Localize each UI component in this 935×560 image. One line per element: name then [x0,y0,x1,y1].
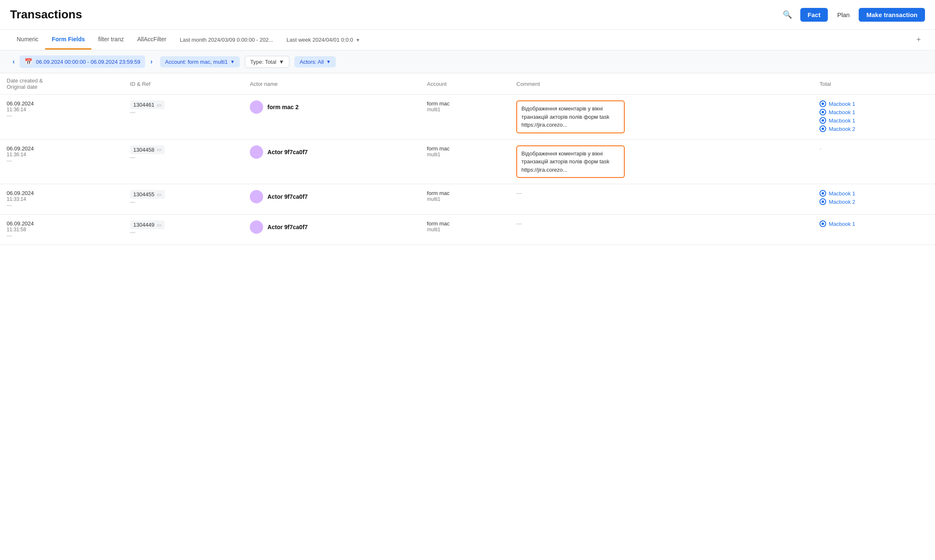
actor-name: Actor 9f7ca0f7 [267,149,308,155]
cell-id: 1304461 ▭ — [123,95,244,140]
date-primary: 06.09.2024 [7,145,117,152]
date-primary: 06.09.2024 [7,190,117,196]
type-filter-dropdown[interactable]: Type: Total ▼ [245,56,290,68]
account-primary: form mac [427,220,503,227]
total-item[interactable]: Macbook 1 [819,220,928,227]
type-filter-arrow: ▼ [279,59,284,65]
cell-actor: form mac 2 [243,95,420,140]
table-row: 06.09.2024 11:36:14 — 1304461 ▭ — form m… [0,95,935,140]
total-label: Macbook 2 [829,199,855,205]
circle-icon [819,220,826,227]
transactions-table-container: Date created &Original date ID & Ref Act… [0,73,935,245]
ref-dash: — [130,199,237,205]
cell-total: Macbook 1 Macbook 1 Macbook 1 Macbook 2 [813,95,935,140]
account-filter-arrow: ▼ [230,59,235,64]
prev-date-button[interactable]: ‹ [10,56,17,67]
id-badge: 1304449 ▭ [130,220,165,229]
cell-account: form mac multi1 [420,139,510,184]
date-range-text: 06.09.2024 00:00:00 - 06.09.2024 23:59:5… [36,59,140,65]
col-comment: Comment [510,73,813,95]
fact-button[interactable]: Fact [800,8,828,22]
cell-actor: Actor 9f7ca0f7 [243,184,420,215]
date-primary: 06.09.2024 [7,220,117,227]
cell-total: - [813,139,935,184]
date-secondary: 11:36:14 [7,107,117,112]
actor-cell: Actor 9f7ca0f7 [250,190,413,203]
total-item[interactable]: Macbook 2 [819,125,928,132]
cell-date: 06.09.2024 11:33:14 — [0,184,123,215]
type-filter-label: Type: Total [250,59,276,65]
col-actor: Actor name [243,73,420,95]
ref-dash: — [130,229,237,235]
cell-date: 06.09.2024 11:36:14 — [0,139,123,184]
comment-dash: — [516,220,522,227]
search-button[interactable]: 🔍 [779,7,795,22]
tab-form-fields[interactable]: Form Fields [45,30,91,50]
table-row: 06.09.2024 11:36:14 — 1304458 ▭ — Actor … [0,139,935,184]
total-item[interactable]: Macbook 1 [819,100,928,107]
date-navigation: ‹ 📅 06.09.2024 00:00:00 - 06.09.2024 23:… [10,55,155,68]
page-title: Transactions [10,8,774,21]
actors-filter-dropdown[interactable]: Actors: All ▼ [294,56,336,68]
chevron-down-icon: ▼ [356,38,360,42]
copy-icon[interactable]: ▭ [157,102,161,108]
ref-dash: — [130,109,237,115]
total-label: Macbook 1 [829,101,855,107]
circle-icon [819,100,826,107]
tab-last-month[interactable]: Last month 2024/03/09 0:00:00 - 202... [173,31,280,49]
total-items: Macbook 1 Macbook 2 [819,190,928,205]
calendar-icon: 📅 [25,58,33,65]
total-label: Macbook 1 [829,109,855,115]
id-badge: 1304455 ▭ [130,190,165,199]
account-filter-dropdown[interactable]: Account: form mac, multi1 ▼ [160,56,240,68]
tab-allaccfilter[interactable]: AllAccFilter [131,30,173,50]
tab-numeric[interactable]: Numeric [10,30,45,50]
total-label: Macbook 1 [829,221,855,227]
actor-name: Actor 9f7ca0f7 [267,224,308,230]
account-secondary: multi1 [427,227,503,232]
col-total: Total [813,73,935,95]
avatar [250,145,263,159]
copy-icon[interactable]: ▭ [157,192,161,198]
comment-dash: — [516,190,522,196]
cell-id: 1304449 ▭ — [123,215,244,245]
table-row: 06.09.2024 11:31:58 — 1304449 ▭ — Actor … [0,215,935,245]
make-transaction-button[interactable]: Make transaction [859,8,925,22]
actors-filter-arrow: ▼ [326,59,331,64]
total-items: Macbook 1 [819,220,928,227]
ref-dash: — [130,154,237,160]
comment-text: Відображення коментарів у вікні транзакц… [516,145,625,178]
id-badge: 1304461 ▭ [130,100,165,109]
actors-filter-label: Actors: All [299,59,324,65]
total-item[interactable]: Macbook 1 [819,109,928,115]
page-header: Transactions 🔍 Fact Plan Make transactio… [0,0,935,30]
total-item[interactable]: Macbook 1 [819,190,928,197]
tab-last-week[interactable]: Last week 2024/04/01 0:0:0 ▼ [280,31,367,49]
cell-comment: Відображення коментарів у вікні транзакц… [510,139,813,184]
actor-cell: Actor 9f7ca0f7 [250,220,413,234]
add-tab-button[interactable]: + [912,30,925,50]
actor-cell: Actor 9f7ca0f7 [250,145,413,159]
actor-name: form mac 2 [267,104,299,110]
account-primary: form mac [427,100,503,107]
date-ref: — [7,158,117,164]
cell-id: 1304458 ▭ — [123,139,244,184]
cell-actor: Actor 9f7ca0f7 [243,139,420,184]
date-range-display[interactable]: 📅 06.09.2024 00:00:00 - 06.09.2024 23:59… [20,55,145,68]
copy-icon[interactable]: ▭ [157,147,161,152]
total-label: Macbook 1 [829,190,855,197]
tab-filter-tranz[interactable]: filter tranz [91,30,130,50]
table-row: 06.09.2024 11:33:14 — 1304455 ▭ — Actor … [0,184,935,215]
cell-comment: — [510,215,813,245]
cell-actor: Actor 9f7ca0f7 [243,215,420,245]
total-item[interactable]: Macbook 1 [819,117,928,124]
cell-date: 06.09.2024 11:31:58 — [0,215,123,245]
plan-button[interactable]: Plan [833,8,854,22]
date-primary: 06.09.2024 [7,100,117,107]
cell-date: 06.09.2024 11:36:14 — [0,95,123,140]
copy-icon[interactable]: ▭ [157,222,161,228]
next-date-button[interactable]: › [148,56,155,67]
cell-total: Macbook 1 Macbook 2 [813,184,935,215]
total-item[interactable]: Macbook 2 [819,198,928,205]
table-header-row: Date created &Original date ID & Ref Act… [0,73,935,95]
